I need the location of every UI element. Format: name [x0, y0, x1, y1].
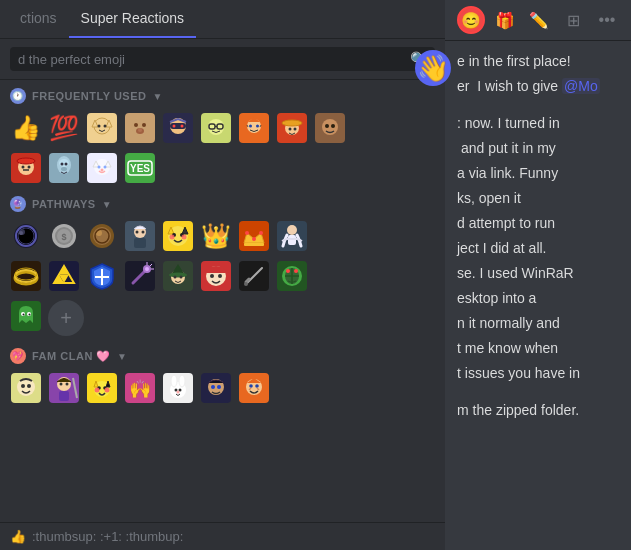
- svg-rect-145: [59, 391, 69, 401]
- pathways-row-2: [0, 256, 445, 296]
- tab-super-reactions[interactable]: Super Reactions: [69, 0, 197, 38]
- emoji-fam-bunny[interactable]: [160, 370, 196, 406]
- emoji-custom-cat[interactable]: [84, 110, 120, 146]
- emoji-custom-dark-face[interactable]: [312, 110, 348, 146]
- emoji-thumbsup[interactable]: 👍: [8, 110, 44, 146]
- emoji-custom-naruto-orange[interactable]: [236, 110, 272, 146]
- emoji-path-orb1[interactable]: [8, 218, 44, 254]
- frequently-used-row-1: 👍 💯: [0, 108, 445, 148]
- emoji-path-wand[interactable]: [122, 258, 158, 294]
- emoji-fam-hands[interactable]: 🙌: [122, 370, 158, 406]
- thumbsup-icon: 👍: [10, 529, 26, 544]
- message-2: er I wish to give @Mo: [457, 76, 619, 97]
- svg-point-88: [252, 237, 256, 241]
- more-toolbar-btn[interactable]: •••: [593, 6, 621, 34]
- svg-point-41: [22, 166, 25, 169]
- svg-rect-90: [244, 243, 264, 246]
- svg-point-42: [28, 166, 31, 169]
- svg-point-160: [179, 375, 185, 387]
- emoji-custom-squid[interactable]: [46, 150, 82, 186]
- emoji-fam-dark-anime[interactable]: [198, 370, 234, 406]
- svg-rect-14: [170, 123, 186, 129]
- section-fam-clan: 💖 FAM CLAN 🩷 ▼: [0, 340, 445, 368]
- gift-icon: 🎁: [495, 11, 515, 30]
- svg-point-76: [136, 231, 139, 234]
- emoji-fam-anime-girl[interactable]: [46, 370, 82, 406]
- emoji-path-pikachu[interactable]: [160, 218, 196, 254]
- emoji-path-green-ghost[interactable]: [8, 298, 44, 334]
- svg-point-64: [19, 231, 23, 235]
- emoji-100[interactable]: 💯: [46, 110, 82, 146]
- emoji-path-figure[interactable]: [122, 218, 158, 254]
- emoji-search-input[interactable]: [18, 52, 410, 67]
- svg-point-143: [60, 383, 63, 386]
- emoji-custom-white-cat[interactable]: [84, 150, 120, 186]
- svg-point-115: [174, 276, 177, 279]
- emoji-custom-animal[interactable]: [122, 110, 158, 146]
- emoji-custom-yes[interactable]: YES: [122, 150, 158, 186]
- emoji-path-sword[interactable]: [236, 258, 272, 294]
- emoji-path-shield[interactable]: [84, 258, 120, 294]
- section-icon-pathways: 🔮: [10, 196, 26, 212]
- svg-point-130: [286, 269, 290, 273]
- svg-point-61: [16, 226, 36, 246]
- svg-point-166: [211, 385, 215, 389]
- svg-point-114: [169, 273, 187, 278]
- section-pathways: 🔮 PATHWAYS ▼: [0, 188, 445, 216]
- message-6: ks, open it: [457, 188, 619, 209]
- svg-point-36: [325, 124, 329, 128]
- emoji-toolbar-btn[interactable]: 😊: [457, 6, 485, 34]
- svg-text:🙌: 🙌: [129, 378, 152, 400]
- emoji-custom-onepiece[interactable]: [274, 110, 310, 146]
- apps-toolbar-btn[interactable]: ⊞: [559, 6, 587, 34]
- emoji-fam-saitama[interactable]: [8, 370, 44, 406]
- tab-reactions[interactable]: ctions: [8, 0, 69, 38]
- emoji-path-crown[interactable]: 👑: [198, 218, 234, 254]
- emoji-custom-ninja[interactable]: [160, 110, 196, 146]
- svg-point-140: [27, 384, 31, 388]
- add-emoji-button[interactable]: +: [48, 300, 84, 336]
- svg-point-135: [23, 314, 25, 316]
- apps-icon: ⊞: [567, 11, 580, 30]
- emoji-path-martial[interactable]: [274, 218, 310, 254]
- frequently-used-row-2: YES: [0, 148, 445, 188]
- message-10: esktop into a: [457, 288, 619, 309]
- emoji-path-coin[interactable]: $: [46, 218, 82, 254]
- wave-emoji-button[interactable]: 👋: [415, 50, 451, 86]
- section-chevron-frequently-used[interactable]: ▼: [152, 91, 162, 102]
- gift-toolbar-btn[interactable]: 🎁: [491, 6, 519, 34]
- svg-point-153: [95, 388, 100, 393]
- emoji-fam-pikachu[interactable]: [84, 370, 120, 406]
- svg-point-33: [294, 128, 297, 131]
- emoji-panel: ctions Super Reactions 🔍 👋 🕐 FREQUENTLY …: [0, 0, 445, 550]
- message-9: se. I used WinRaR: [457, 263, 619, 284]
- emoji-path-cartman[interactable]: [198, 258, 234, 294]
- svg-point-55: [104, 166, 107, 169]
- pencil-toolbar-btn[interactable]: ✏️: [525, 6, 553, 34]
- more-icon: •••: [599, 11, 616, 29]
- emoji-path-witch[interactable]: [160, 258, 196, 294]
- svg-point-47: [61, 163, 64, 166]
- svg-point-25: [256, 125, 259, 128]
- emoji-fam-naruto[interactable]: [236, 370, 272, 406]
- emoji-toolbar-icon: 😊: [461, 11, 481, 30]
- svg-point-136: [29, 314, 31, 316]
- svg-point-85: [182, 235, 187, 240]
- message-11: n it normally and: [457, 313, 619, 334]
- emoji-path-brown-orb[interactable]: [84, 218, 120, 254]
- emoji-path-ring[interactable]: [8, 258, 44, 294]
- section-chevron-pathways[interactable]: ▼: [102, 199, 112, 210]
- svg-point-120: [218, 274, 222, 278]
- svg-point-40: [17, 158, 35, 164]
- section-frequently-used: 🕐 FREQUENTLY USED ▼: [0, 80, 445, 108]
- svg-point-9: [142, 123, 146, 127]
- emoji-path-fancy-crown[interactable]: [236, 218, 272, 254]
- section-chevron-fam-clan[interactable]: ▼: [117, 351, 127, 362]
- emoji-custom-luffy[interactable]: [8, 150, 44, 186]
- message-1: e in the first place!: [457, 51, 619, 72]
- emoji-path-tmnt[interactable]: [274, 258, 310, 294]
- emoji-custom-glasses[interactable]: [198, 110, 234, 146]
- svg-point-108: [145, 267, 149, 271]
- svg-point-171: [255, 384, 259, 388]
- emoji-path-triforce[interactable]: [46, 258, 82, 294]
